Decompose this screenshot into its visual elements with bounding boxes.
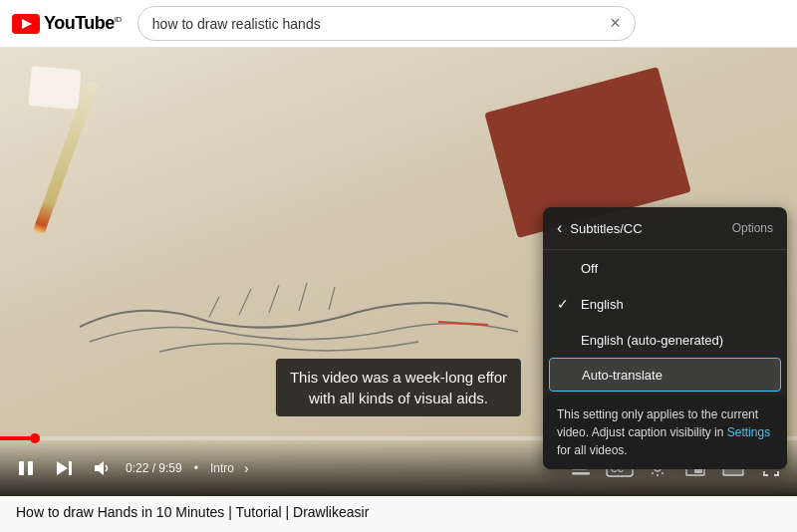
svg-rect-8 bbox=[572, 472, 590, 475]
caption-english-label: English bbox=[581, 297, 624, 312]
subtitle-line2: with all kinds of visual aids. bbox=[290, 388, 507, 408]
svg-rect-15 bbox=[723, 468, 743, 475]
caption-off-label: Off bbox=[581, 261, 598, 276]
caption-option-english[interactable]: ✓ English bbox=[543, 286, 787, 322]
subtitle-overlay: This video was a week-long effor with al… bbox=[276, 359, 521, 416]
check-english: ✓ bbox=[557, 296, 573, 312]
volume-button[interactable] bbox=[88, 454, 116, 482]
check-auto bbox=[557, 332, 573, 348]
caption-auto-translate-label: Auto-translate bbox=[582, 368, 663, 383]
svg-rect-2 bbox=[28, 461, 33, 475]
bullet-separator: • bbox=[192, 461, 200, 475]
time-display: 0:22 / 9:59 bbox=[126, 461, 182, 475]
chapter-arrow: › bbox=[244, 460, 249, 476]
chapter-label: Intro bbox=[210, 461, 234, 475]
youtube-icon bbox=[12, 14, 40, 34]
svg-marker-3 bbox=[57, 461, 68, 475]
panel-header: ‹ Subtitles/CC Options bbox=[543, 207, 787, 250]
pause-icon bbox=[16, 458, 36, 478]
panel-back-button[interactable]: ‹ bbox=[557, 219, 562, 237]
youtube-wordmark: YouTubeID bbox=[44, 13, 122, 34]
captions-panel: ‹ Subtitles/CC Options Off ✓ English Eng… bbox=[543, 207, 787, 469]
play-pause-button[interactable] bbox=[12, 454, 40, 482]
caption-settings-link[interactable]: Settings bbox=[727, 425, 770, 439]
caption-tooltip: This setting only applies to the current… bbox=[543, 396, 787, 469]
panel-options-button[interactable]: Options bbox=[732, 221, 773, 235]
check-off bbox=[557, 260, 573, 276]
caption-option-off[interactable]: Off bbox=[543, 250, 787, 286]
svg-rect-1 bbox=[19, 461, 24, 475]
eraser-decoration bbox=[28, 66, 81, 110]
header: YouTubeID how to draw realistic hands × bbox=[0, 0, 797, 48]
video-player[interactable]: This video was a week-long effor with al… bbox=[0, 48, 797, 496]
subtitle-line1: This video was a week-long effor bbox=[290, 367, 507, 388]
svg-rect-4 bbox=[69, 461, 72, 475]
next-button[interactable] bbox=[50, 454, 78, 482]
caption-option-auto-translate[interactable]: Auto-translate bbox=[549, 358, 781, 392]
search-bar: how to draw realistic hands × bbox=[137, 6, 636, 41]
volume-icon bbox=[92, 458, 112, 478]
caption-option-english-auto[interactable]: English (auto-generated) bbox=[543, 322, 787, 358]
check-translate bbox=[558, 367, 574, 383]
video-title: How to draw Hands in 10 Minutes | Tutori… bbox=[0, 496, 797, 520]
caption-english-auto-label: English (auto-generated) bbox=[581, 333, 723, 348]
skip-icon bbox=[54, 458, 74, 478]
search-text: how to draw realistic hands bbox=[152, 16, 610, 32]
panel-title: Subtitles/CC bbox=[570, 221, 723, 236]
search-close-button[interactable]: × bbox=[610, 13, 621, 34]
youtube-logo[interactable]: YouTubeID bbox=[12, 13, 122, 34]
svg-marker-5 bbox=[95, 461, 104, 475]
hand-sketch-svg bbox=[60, 267, 538, 367]
